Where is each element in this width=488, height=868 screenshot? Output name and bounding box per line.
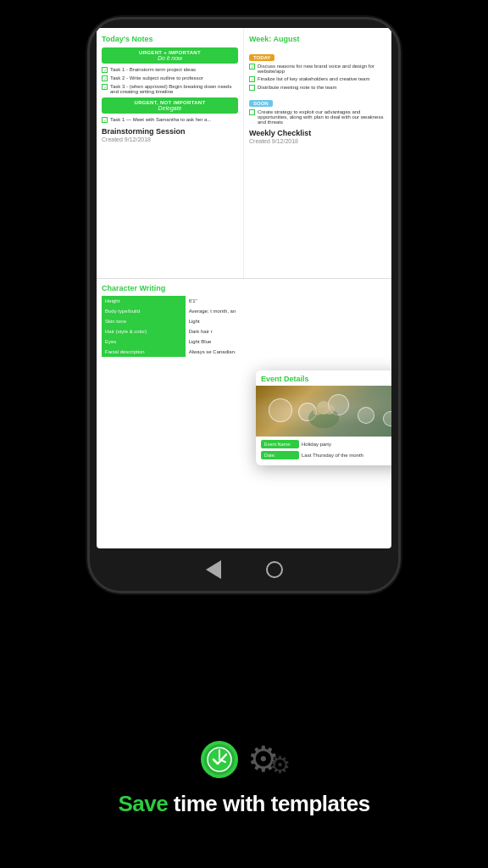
task-item: Task 3 - (when approved) Begin breaking … — [102, 84, 238, 94]
table-row: Height 6'1" — [102, 296, 253, 306]
back-triangle-icon — [206, 560, 221, 579]
task-checkbox[interactable] — [249, 85, 255, 91]
right-panel: Week: August TODAY Discuss reasons for n… — [244, 28, 391, 278]
phone-nav-bar — [90, 548, 398, 591]
delegate-label: Delegate — [106, 105, 234, 111]
phone-screen: Today's Notes URGENT + IMPORTANT Do it n… — [97, 28, 391, 548]
soon-badge: SOON — [249, 100, 273, 107]
char-value: Always se Canadian. — [186, 347, 254, 357]
task-text: Task 1 — Meet with Samantha to ask her a… — [110, 117, 211, 122]
table-row: Hair (style & color) Dark hair r — [102, 326, 253, 337]
task-checkbox[interactable] — [249, 109, 255, 115]
task-text: Task 3 - (when approved) Begin breaking … — [110, 84, 238, 94]
urgent-important-box: URGENT + IMPORTANT Do it now — [102, 47, 238, 64]
char-label: Skin tone — [102, 316, 186, 326]
table-row: Eyes Light Blue — [102, 337, 253, 347]
char-table: Height 6'1" Body type/build Average; t m… — [102, 296, 253, 357]
table-row: Facial description Always se Canadian. — [102, 347, 253, 357]
tagline-rest: time with templates — [168, 791, 370, 816]
table-row: Body type/build Average; t month, an — [102, 306, 253, 316]
weekly-note-title: Weekly Checklist — [249, 129, 386, 137]
plate-decoration — [269, 398, 292, 422]
today-badge: TODAY — [249, 54, 274, 61]
task-checkbox[interactable] — [102, 75, 108, 81]
char-label: Facial description — [102, 347, 186, 357]
today-task-item: Discuss reasons for new brand voice and … — [249, 64, 386, 74]
event-image — [256, 386, 391, 437]
tagline-section: ⚙ ⚙ Save time with templates — [0, 738, 488, 817]
do-it-now-label: Do it now — [106, 55, 234, 61]
clock-icon — [198, 738, 241, 781]
event-fields: Event Name: Holiday party Date: Last Thu… — [256, 437, 391, 465]
urgent-not-important-box: URGENT, NOT IMPORTANT Delegate — [102, 97, 238, 114]
left-panel: Today's Notes URGENT + IMPORTANT Do it n… — [97, 28, 244, 278]
event-card-title: Event Details — [256, 370, 391, 386]
task-checkbox[interactable] — [249, 76, 255, 82]
today-task-item: Distribute meeting note to the team — [249, 85, 386, 91]
gear-small-icon: ⚙ — [269, 754, 291, 777]
right-panel-title: Week: August — [249, 35, 386, 43]
task-text: Distribute meeting note to the team — [258, 85, 336, 90]
event-name-value: Holiday party — [302, 442, 331, 447]
back-button[interactable] — [204, 560, 223, 579]
gears-group: ⚙ ⚙ — [247, 742, 291, 777]
brainstorming-note-title: Brainstorming Session — [102, 127, 238, 136]
task-item: Task 2 - Write subject outline to profes… — [102, 75, 238, 81]
event-field-row: Date: Last Thursday of the month — [261, 451, 391, 459]
char-value: Average; t month, an — [186, 306, 254, 316]
task-item: Task 1 - Brainstorm term project ideas — [102, 67, 238, 73]
event-date-value: Last Thursday of the month — [302, 453, 363, 458]
clock-gear-group — [198, 738, 241, 781]
task-text: Create strategy to exploit our advantage… — [258, 109, 386, 125]
brainstorming-note-date: Created 9/12/2018 — [102, 136, 238, 142]
task-text: Task 2 - Write subject outline to profes… — [110, 75, 203, 81]
phone-shell: Today's Notes URGENT + IMPORTANT Do it n… — [87, 17, 401, 593]
icons-row: ⚙ ⚙ — [198, 738, 291, 781]
svg-point-3 — [324, 404, 335, 415]
task-text: Discuss reasons for new brand voice and … — [258, 64, 386, 74]
char-value: Dark hair r — [186, 326, 254, 337]
event-name-label: Event Name: — [261, 440, 299, 448]
char-label: Hair (style & color) — [102, 326, 186, 337]
char-label: Height — [102, 296, 186, 306]
plate-decoration — [358, 407, 374, 424]
weekly-note-date: Created 9/12/2018 — [249, 138, 386, 144]
task-text: Task 1 - Brainstorm term project ideas — [110, 67, 196, 72]
char-label: Body type/build — [102, 306, 186, 316]
char-label: Eyes — [102, 337, 186, 347]
task-text: Finalize list of key stakeholders and cr… — [258, 76, 369, 81]
char-value: Light Blue — [186, 337, 254, 347]
character-writing-section: Character Writing Height 6'1" Body type/… — [97, 279, 258, 482]
task-checkbox[interactable] — [249, 64, 255, 70]
event-field-row: Event Name: Holiday party — [261, 440, 391, 448]
table-row: Skin tone Light — [102, 316, 253, 326]
tagline-text: Save time with templates — [118, 791, 369, 817]
top-screen: Today's Notes URGENT + IMPORTANT Do it n… — [97, 28, 391, 278]
home-button[interactable] — [265, 560, 284, 579]
task-checkbox[interactable] — [102, 84, 108, 90]
char-value: Light — [186, 316, 254, 326]
task-checkbox[interactable] — [102, 67, 108, 73]
char-writing-title: Character Writing — [102, 284, 253, 292]
char-value: 6'1" — [186, 296, 254, 306]
task-checkbox[interactable] — [102, 117, 108, 123]
home-circle-icon — [266, 561, 283, 578]
event-details-card: Event Details — [256, 370, 391, 465]
tagline-save-word: Save — [118, 791, 168, 816]
svg-point-2 — [313, 407, 322, 415]
left-panel-title: Today's Notes — [102, 35, 238, 43]
soon-task-item: Create strategy to exploit our advantage… — [249, 109, 386, 125]
task-item: Task 1 — Meet with Samantha to ask her a… — [102, 117, 238, 123]
today-task-item: Finalize list of key stakeholders and cr… — [249, 76, 386, 82]
event-date-label: Date: — [261, 451, 299, 459]
floral-decoration — [302, 392, 345, 431]
